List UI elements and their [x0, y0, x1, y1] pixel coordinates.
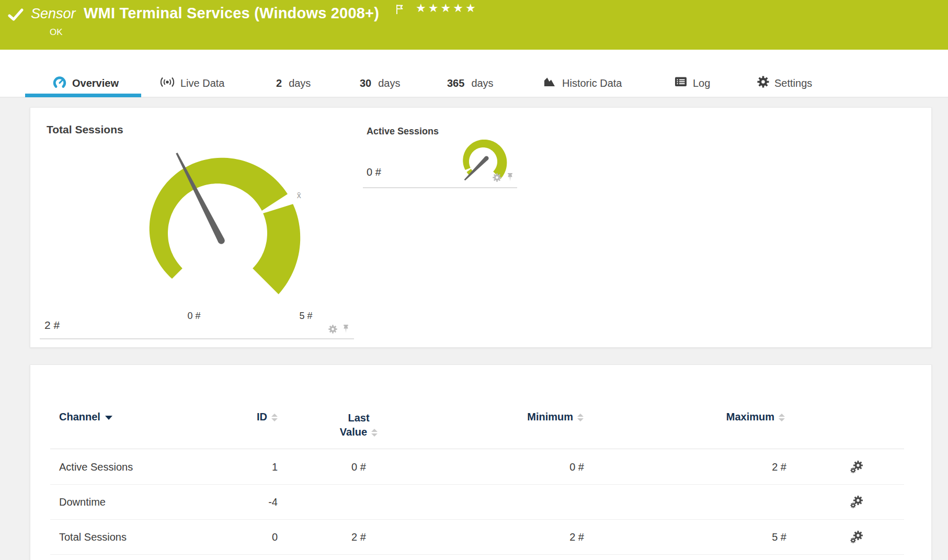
table-row: Downtime -4	[50, 484, 904, 520]
gear-icon	[757, 76, 769, 90]
status-check-icon	[8, 8, 24, 25]
sort-arrows-icon	[779, 414, 785, 421]
area-chart-icon	[543, 76, 557, 91]
cell-channel: Total Sessions	[59, 531, 127, 543]
cell-last-value: 2 #	[306, 531, 411, 543]
cell-maximum: 2 #	[630, 461, 786, 473]
breadcrumb[interactable]: Sensor	[31, 6, 76, 22]
total-sessions-gauge[interactable]: x̄	[124, 134, 375, 348]
column-header-id[interactable]: ID	[173, 411, 278, 423]
cell-last-value: 0 #	[306, 461, 411, 473]
cell-id: 0	[173, 531, 278, 543]
gauge-icon	[52, 76, 67, 91]
sort-arrows-icon	[577, 414, 584, 421]
page-title: WMI Terminal Services (Windows 2008+)	[84, 5, 379, 22]
table-row: Total Sessions 0 2 # 2 # 5 #	[50, 519, 904, 555]
priority-stars[interactable]: ★★★★★	[416, 2, 478, 15]
cell-channel: Active Sessions	[59, 461, 133, 473]
log-list-icon	[675, 76, 688, 90]
gauge-tools	[328, 324, 350, 334]
channel-settings-gears-icon[interactable]	[843, 496, 870, 508]
cell-maximum: 5 #	[630, 531, 786, 543]
flag-icon[interactable]	[396, 4, 404, 17]
tab-overview[interactable]: Overview	[52, 75, 119, 91]
gear-icon[interactable]	[328, 325, 337, 334]
gauge-current-value: 0 #	[367, 166, 381, 178]
tab-30-days[interactable]: 30 days	[360, 75, 401, 91]
status-badge: OK	[50, 27, 63, 38]
sensor-header: Sensor WMI Terminal Services (Windows 20…	[0, 0, 948, 50]
gauge-min-label: 0 #	[168, 311, 220, 322]
tab-historic-data[interactable]: Historic Data	[543, 75, 622, 91]
tab-live-data[interactable]: Live Data	[159, 75, 225, 91]
gauge-separator	[363, 187, 517, 188]
gauges-panel: Total Sessions x̄ 0 # 5 # 2 # Active Ses…	[30, 107, 932, 348]
active-tab-underline	[25, 94, 141, 97]
tab-365-days[interactable]: 365 days	[447, 75, 494, 91]
tab-2-days[interactable]: 2 days	[276, 75, 311, 91]
channels-table-panel: Channel ID Last Value Minimum Maximum Ac…	[30, 364, 932, 560]
cell-minimum: 2 #	[427, 531, 584, 543]
gauge-max-label: 5 #	[280, 311, 332, 322]
gauge-current-value: 2 #	[44, 319, 60, 332]
gauge-tools	[493, 173, 514, 182]
gauge-title-total-sessions: Total Sessions	[47, 123, 123, 136]
channel-settings-gears-icon[interactable]	[843, 531, 870, 543]
pin-icon[interactable]	[506, 173, 514, 182]
sort-desc-icon	[105, 416, 112, 420]
gauge-title-active-sessions: Active Sessions	[367, 126, 439, 137]
sort-arrows-icon	[271, 414, 278, 421]
tab-settings[interactable]: Settings	[757, 75, 812, 91]
gear-icon[interactable]	[493, 173, 501, 182]
tab-log[interactable]: Log	[675, 75, 710, 91]
column-header-last-value[interactable]: Last Value	[306, 411, 411, 439]
svg-text:x̄: x̄	[297, 191, 301, 200]
cell-minimum: 0 #	[427, 461, 584, 473]
table-row: Active Sessions 1 0 # 0 # 2 #	[50, 449, 904, 485]
cell-channel: Downtime	[59, 496, 106, 508]
column-header-minimum[interactable]: Minimum	[427, 411, 584, 423]
column-header-channel[interactable]: Channel	[59, 411, 112, 423]
sort-arrows-icon	[371, 429, 378, 437]
cell-id: 1	[173, 461, 278, 473]
live-signal-icon	[159, 75, 175, 92]
cell-id: -4	[173, 496, 278, 508]
channel-settings-gears-icon[interactable]	[843, 461, 870, 473]
pin-icon[interactable]	[342, 324, 350, 334]
tab-bar: Overview Live Data 2 days 30 days 365 da…	[0, 50, 948, 98]
gauge-separator	[40, 338, 354, 339]
column-header-maximum[interactable]: Maximum	[628, 411, 785, 423]
